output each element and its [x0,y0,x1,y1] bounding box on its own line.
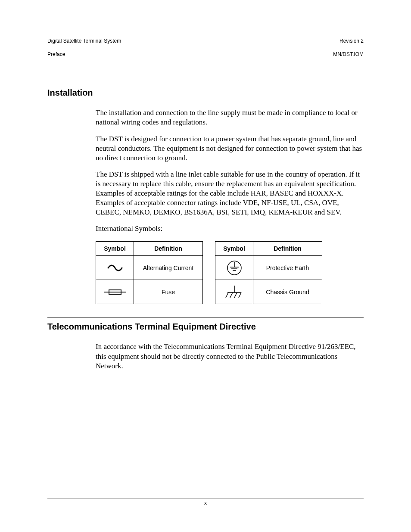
svg-line-11 [226,292,228,298]
section-divider [47,317,364,317]
th-symbol: Symbol [96,242,134,256]
table-row: Alternating Current [96,256,203,280]
installation-p1: The installation and connection to the l… [96,108,364,127]
page-footer: x [47,498,364,506]
table-row: Chassis Ground [215,280,322,304]
chassis-ground-icon [215,280,253,304]
installation-p2: The DST is designed for connection to a … [96,134,364,163]
header-doc-id: MN/DST.IOM [333,51,364,57]
header-section: Preface [47,51,65,57]
svg-line-12 [230,292,233,298]
th-definition: Definition [134,242,203,256]
protective-earth-definition: Protective Earth [253,256,322,280]
symbol-table-right: Symbol Definition Protective Earth [215,241,322,304]
table-row: Protective Earth [215,256,322,280]
heading-tte: Telecommunications Terminal Equipment Di… [47,322,364,332]
chassis-ground-definition: Chassis Ground [253,280,322,304]
symbol-tables: Symbol Definition Alternating Current [96,241,364,304]
page-number: x [204,500,207,506]
page: Digital Satellite Terminal System Prefac… [0,0,411,532]
svg-line-14 [239,292,241,298]
header-revision: Revision 2 [339,38,364,44]
fuse-definition: Fuse [134,280,203,304]
installation-body: The installation and connection to the l… [96,108,364,304]
header-doc-title: Digital Satellite Terminal System [47,38,121,44]
protective-earth-icon [215,256,253,280]
symbol-table-left: Symbol Definition Alternating Current [96,241,203,304]
header-right: Revision 2 MN/DST.IOM [333,31,364,58]
th-symbol: Symbol [215,242,253,256]
footer-rule [47,498,364,498]
header-left: Digital Satellite Terminal System Prefac… [47,31,121,58]
tte-body: In accordance with the Telecommunication… [96,342,364,370]
ac-definition: Alternating Current [134,256,203,280]
ac-icon [96,256,134,280]
installation-p4: International Symbols: [96,224,364,233]
page-header: Digital Satellite Terminal System Prefac… [47,31,364,58]
table-row: Fuse [96,280,203,304]
heading-installation: Installation [47,88,364,98]
tte-p1: In accordance with the Telecommunication… [96,342,364,370]
installation-p3: The DST is shipped with a line inlet cab… [96,170,364,217]
th-definition: Definition [253,242,322,256]
fuse-icon [96,280,134,304]
svg-line-13 [234,292,237,298]
